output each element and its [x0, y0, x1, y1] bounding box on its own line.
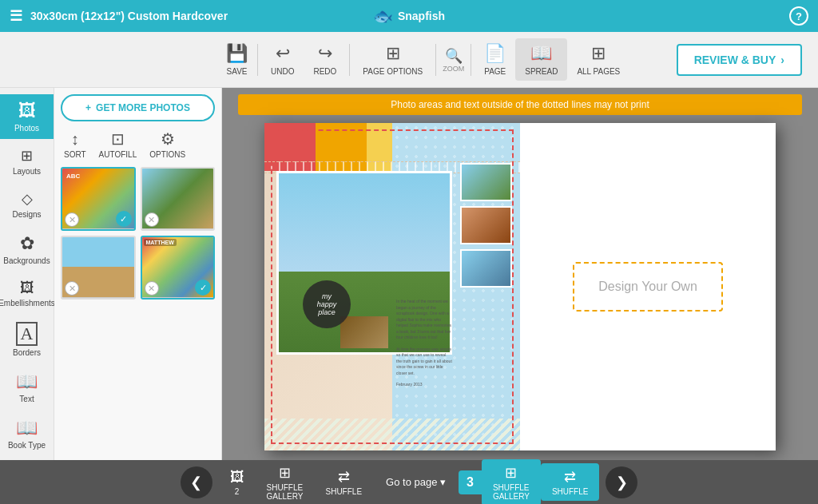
shuffle-gallery-button[interactable]: ⊞ SHUFFLEGALLERY [256, 459, 315, 505]
goto-page-label: Go to page ▾ [386, 476, 446, 488]
photo-remove-3[interactable]: ✕ [65, 281, 79, 296]
options-icon: ⚙ [161, 129, 175, 149]
page-content: my happy place In the heat of the moment… [264, 123, 520, 450]
autofill-label: AUTOFILL [99, 150, 137, 159]
redo-icon: ↪ [318, 43, 332, 64]
shuffle-gallery-label: SHUFFLEGALLERY [267, 483, 304, 501]
active-page-label: 3 [467, 475, 474, 489]
mini-photo-3[interactable] [460, 249, 512, 288]
save-label: SAVE [227, 67, 248, 76]
menu-icon[interactable]: ☰ [10, 7, 22, 25]
backgrounds-icon: ✿ [20, 233, 34, 254]
review-buy-button[interactable]: REVIEW & BUY › [677, 44, 802, 76]
active-page-number[interactable]: 3 [459, 470, 482, 494]
undo-icon: ↩ [276, 43, 290, 64]
photo-remove-1[interactable]: ✕ [65, 212, 79, 227]
photo-remove-4[interactable]: ✕ [145, 281, 159, 296]
shuffle-gallery-2-label: SHUFFLEGALLERY [493, 483, 530, 501]
shuffle-button[interactable]: ⇄ SHUFFLE [315, 463, 374, 501]
zoom-label: ZOOM [443, 65, 464, 73]
page-label: PAGE [484, 67, 506, 76]
mini-photo-2[interactable] [460, 206, 512, 244]
brand-name: Snapfish [398, 10, 445, 22]
page-2-button[interactable]: 🖼 2 [219, 464, 256, 501]
shuffle-2-button[interactable]: ⇄ SHUFFLE [541, 463, 600, 501]
all-pages-label: ALL PAGES [577, 67, 620, 76]
shuffle-2-label: SHUFFLE [552, 487, 589, 496]
shuffle-gallery-2-icon: ⊞ [505, 464, 517, 482]
sidebar-item-backgrounds[interactable]: ✿ Backgrounds [0, 227, 54, 272]
photo-remove-2[interactable]: ✕ [145, 212, 159, 227]
sidebar-embellishments-label: Embellishments [0, 299, 55, 308]
warning-bar: Photo areas and text outside of the dott… [238, 94, 802, 115]
sidebar-item-photos[interactable]: 🖼 Photos [0, 94, 54, 139]
zoom-icon: 🔍 [445, 47, 463, 65]
sidebar-item-book-type[interactable]: 📖 Book Type [0, 411, 54, 456]
sidebar-backgrounds-label: Backgrounds [3, 256, 50, 265]
goto-page-button[interactable]: Go to page ▾ [373, 476, 459, 488]
get-photos-label: GET MORE PHOTOS [96, 102, 190, 113]
photo-badge-4: ✓ [195, 280, 211, 296]
redo-button[interactable]: ↪ REDO [304, 38, 346, 81]
sidebar-designs-label: Designs [12, 210, 41, 219]
get-photos-button[interactable]: + GET MORE PHOTOS [61, 94, 215, 121]
brand-fish-icon: 🐟 [373, 6, 393, 26]
mini-photo-1[interactable] [460, 163, 512, 201]
toolbar-divider-2 [349, 44, 350, 76]
next-page-button[interactable]: ❯ [606, 466, 637, 498]
zoom-control[interactable]: 🔍 ZOOM [439, 44, 467, 76]
sidebar-item-borders[interactable]: A Borders [0, 315, 54, 363]
top-bar: ☰ 30x30cm (12x12") Custom Hardcover 🐟 Sn… [0, 0, 818, 32]
active-page-group: 3 ⊞ SHUFFLEGALLERY ⇄ SHUFFLE [459, 459, 599, 505]
text-icon: 📖 [16, 371, 38, 392]
all-pages-button[interactable]: ⊞ ALL PAGES [567, 38, 629, 81]
photo-thumb-3[interactable]: ✕ [61, 236, 136, 300]
page-button[interactable]: 📄 PAGE [475, 38, 515, 81]
borders-icon: A [16, 322, 38, 346]
options-button[interactable]: ⚙ OPTIONS [149, 129, 185, 159]
page-corner-decoration [264, 419, 520, 450]
shuffle-gallery-2-button[interactable]: ⊞ SHUFFLEGALLERY [482, 459, 541, 505]
photo-caption: my happy place [303, 280, 351, 328]
sidebar-item-embellishments[interactable]: 🖼 Embellishments [0, 273, 54, 314]
spread-button[interactable]: 📖 SPREAD [515, 38, 567, 81]
plus-icon: + [85, 102, 91, 113]
bottom-navigation: ❮ 🖼 2 ⊞ SHUFFLEGALLERY ⇄ SHUFFLE Go to p… [0, 460, 818, 504]
design-your-own-box[interactable]: Design Your Own [573, 262, 723, 312]
help-button[interactable]: ? [789, 6, 808, 26]
book-type-icon: 📖 [16, 418, 38, 439]
main-content: 🖼 Photos ⊞ Layouts ◇ Designs ✿ Backgroun… [0, 88, 818, 460]
book-spread: my happy place In the heat of the moment… [264, 123, 776, 450]
autofill-button[interactable]: ⊡ AUTOFILL [99, 129, 137, 159]
prev-page-button[interactable]: ❮ [181, 466, 212, 498]
sidebar-book-type-label: Book Type [8, 441, 46, 450]
text-block[interactable]: In the heat of the moment we began a jou… [396, 299, 452, 387]
photos-grid: ABC ✕ ✓ ✕ ✕ MATTHEW ✕ ✓ [61, 167, 215, 300]
undo-label: UNDO [271, 67, 294, 76]
next-arrow-icon: ❯ [616, 474, 628, 491]
sidebar-photos-label: Photos [14, 124, 39, 133]
sort-button[interactable]: ↕ SORT [64, 130, 86, 159]
toolbar-divider-4 [471, 44, 471, 76]
photo-thumb-1[interactable]: ABC ✕ ✓ [61, 167, 136, 231]
undo-button[interactable]: ↩ UNDO [261, 38, 304, 81]
sidebar-layouts-label: Layouts [13, 167, 41, 176]
redo-label: REDO [313, 67, 336, 76]
book-right-page[interactable]: Design Your Own [520, 123, 776, 450]
photos-actions: ↕ SORT ⊡ AUTOFILL ⚙ OPTIONS [61, 129, 215, 159]
design-your-own-label: Design Your Own [598, 280, 697, 293]
review-buy-label: REVIEW & BUY [694, 54, 776, 66]
photo-thumb-2[interactable]: ✕ [141, 167, 216, 231]
photo-thumb-4[interactable]: MATTHEW ✕ ✓ [141, 236, 216, 300]
sidebar-item-designs[interactable]: ◇ Designs [0, 184, 54, 225]
save-button[interactable]: 💾 SAVE [220, 38, 254, 81]
photo-badge-1: ✓ [116, 211, 132, 227]
photos-panel: + GET MORE PHOTOS ↕ SORT ⊡ AUTOFILL ⚙ OP… [54, 88, 222, 460]
page-options-button[interactable]: ⊞ PAGE OPTIONS [353, 38, 432, 81]
sidebar-item-layouts[interactable]: ⊞ Layouts [0, 141, 54, 182]
shuffle-2-icon: ⇄ [564, 468, 576, 486]
sidebar-item-text[interactable]: 📖 Text [0, 365, 54, 410]
save-icon: 💾 [226, 43, 248, 64]
book-left-page[interactable]: my happy place In the heat of the moment… [264, 123, 520, 450]
toolbar-divider-1 [257, 44, 258, 76]
